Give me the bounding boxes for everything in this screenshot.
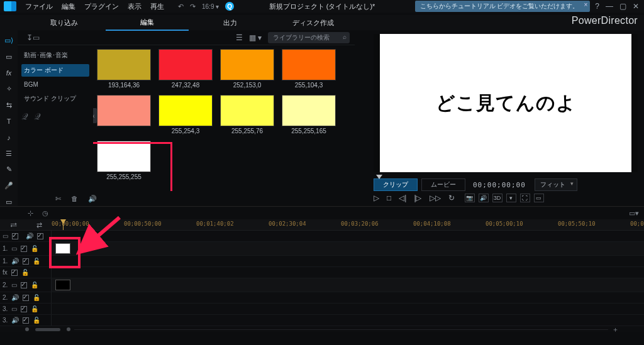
tab-output[interactable]: 出力 <box>189 16 272 30</box>
particle-room-icon[interactable]: ✧ <box>4 85 14 94</box>
audio-room-icon[interactable]: ♪ <box>4 133 14 142</box>
zoom-slider-thumb[interactable] <box>35 328 60 331</box>
preview-playhead-icon[interactable] <box>376 175 382 179</box>
mode-movie-button[interactable]: ムービー <box>421 178 465 191</box>
collapse-sidebar-icon[interactable]: ‹ <box>93 108 97 123</box>
undo-icon[interactable]: ↶ <box>178 3 184 11</box>
track3-video-visible-checkbox[interactable] <box>21 306 27 312</box>
snapshot-icon[interactable]: 📷 <box>465 194 475 202</box>
swatch-6[interactable]: 255,255,76 <box>219 95 275 134</box>
hint-icon[interactable]: Q <box>225 2 234 11</box>
trash-icon[interactable]: 🗑 <box>71 195 78 202</box>
track-fx-lock-icon[interactable]: 🔓 <box>21 269 29 276</box>
mic-room-icon[interactable]: 🎤 <box>4 182 14 190</box>
timeline-clip-black[interactable] <box>55 280 70 290</box>
timeline-tool-marker-icon[interactable]: ▭▾ <box>629 209 639 217</box>
fit-dropdown[interactable]: フィット <box>535 178 577 191</box>
loop-icon[interactable]: ↻ <box>448 194 455 202</box>
preview-scrubber[interactable] <box>374 175 638 176</box>
chapter-room-icon[interactable]: ✎ <box>4 165 14 174</box>
close-button[interactable]: ✕ <box>631 2 640 11</box>
maximize-button[interactable]: ▢ <box>618 2 628 11</box>
tab-import[interactable]: 取り込み <box>23 16 106 30</box>
track3-audio-visible-checkbox[interactable] <box>23 317 29 324</box>
transition-room-icon[interactable]: ⇆ <box>4 101 14 110</box>
voice-room-icon[interactable]: ☰ <box>4 149 14 158</box>
sidebar-item-sound-clip[interactable]: サウンド クリップ <box>21 92 89 105</box>
swatch-7[interactable]: 255,255,165 <box>280 95 337 134</box>
track2-video-visible-checkbox[interactable] <box>21 282 27 288</box>
redo-icon[interactable]: ↷ <box>190 3 196 11</box>
track2-audio-lock-icon[interactable]: 🔓 <box>33 294 40 301</box>
fx-room-icon[interactable]: fx <box>4 68 14 77</box>
subtitle-room-icon[interactable]: ▭ <box>4 197 14 206</box>
menu-view[interactable]: 表示 <box>128 2 142 11</box>
btn-3d[interactable]: 3D <box>492 194 502 202</box>
track-fx-visible-checkbox[interactable] <box>11 270 18 276</box>
timeline-scrollbar[interactable]: ＋ <box>0 326 644 332</box>
fullscreen-icon[interactable]: ⛶ <box>520 194 530 202</box>
track1-video-lock-icon[interactable]: 🔓 <box>31 245 38 252</box>
preview-frame: どこ見てんのよ <box>380 34 631 172</box>
stop-icon[interactable]: □ <box>387 194 391 202</box>
swatch-1[interactable]: 247,32,48 <box>157 49 214 89</box>
menu-edit[interactable]: 編集 <box>62 2 75 11</box>
speaker-icon[interactable]: 🔊 <box>88 195 97 203</box>
minimize-button[interactable]: — <box>604 2 614 11</box>
title-room-icon[interactable]: T <box>4 117 14 126</box>
next-frame-icon[interactable]: |▷ <box>414 194 421 202</box>
timecode-display[interactable]: 00;00;00;00 <box>473 181 526 189</box>
swatch-3[interactable]: 255,104,3 <box>280 49 337 89</box>
track1-video-visible-checkbox[interactable] <box>21 246 27 252</box>
tag-tool2-icon[interactable]: 𝒬 <box>34 111 40 122</box>
swatch-8[interactable]: 255,255,255 <box>96 141 152 180</box>
menu-play[interactable]: 再生 <box>150 2 164 11</box>
menu-file[interactable]: ファイル <box>25 2 53 11</box>
library-search-input[interactable]: ライブラリーの検索 ⌕ <box>268 32 350 43</box>
swatch-0[interactable]: 193,164,36 <box>96 49 152 89</box>
filter-icon[interactable]: ☰ <box>236 33 243 42</box>
video-master-checkbox[interactable] <box>12 233 18 239</box>
tutorial-banner[interactable]: こちらからチュートリアル ビデオをご覧いただけます。 × <box>415 1 591 12</box>
play-icon[interactable]: ▷ <box>374 194 379 202</box>
track3-audio-lock-icon[interactable]: 🔓 <box>33 317 40 324</box>
media-room-icon[interactable]: ▭⟩ <box>4 36 14 45</box>
volume-icon[interactable]: 🔊 <box>479 194 489 202</box>
menu-plugin[interactable]: プラグイン <box>84 2 119 11</box>
mode-clip-button[interactable]: クリップ <box>374 178 418 191</box>
import-media-icon[interactable]: ↧▭ <box>26 33 40 42</box>
help-button[interactable]: ? <box>594 2 601 11</box>
timeline-tool-split-icon[interactable]: ⊹ <box>28 209 33 217</box>
audio-master-checkbox[interactable] <box>37 233 43 239</box>
dock-icon[interactable]: ▭ <box>534 194 544 202</box>
scissors-icon[interactable]: ✄ <box>55 195 61 203</box>
view-mode-icon[interactable]: ▦ ▾ <box>249 33 262 42</box>
timeline-clip-white[interactable] <box>55 243 70 254</box>
zoom-in-handle[interactable] <box>67 327 70 331</box>
tab-edit[interactable]: 編集 <box>106 15 189 31</box>
track3-video-lock-icon[interactable]: 🔓 <box>31 305 38 312</box>
tag-tool-icon[interactable]: 𝒬 <box>21 111 28 122</box>
timeline-tool-clock-icon[interactable]: ◷ <box>42 209 48 217</box>
sidebar-item-media[interactable]: 動画･画像･音楽 <box>21 49 89 62</box>
track1-audio-visible-checkbox[interactable] <box>23 258 29 265</box>
track2-audio-visible-checkbox[interactable] <box>23 295 29 301</box>
tutorial-banner-close-icon[interactable]: × <box>584 1 587 8</box>
track-header-link-icon[interactable]: ⇄ <box>36 221 42 229</box>
track-video-icon: ▭ <box>11 245 17 252</box>
fast-forward-icon[interactable]: ▷▷ <box>430 194 441 202</box>
aspect-dropdown[interactable]: 16:9 ▾ <box>202 3 219 10</box>
swatch-4[interactable] <box>96 95 152 134</box>
sidebar-item-bgm[interactable]: BGM <box>21 79 89 90</box>
tab-disc[interactable]: ディスク作成 <box>272 16 355 30</box>
pip-room-icon[interactable]: ▭ <box>4 53 14 62</box>
swatch-5[interactable]: 255,254,3 <box>157 95 214 134</box>
track1-audio-lock-icon[interactable]: 🔓 <box>33 258 40 265</box>
quality-dropdown[interactable]: ▾ <box>506 194 516 202</box>
timeline-playhead[interactable] <box>63 219 64 230</box>
track2-video-lock-icon[interactable]: 🔓 <box>31 282 38 288</box>
sidebar-item-color-board[interactable]: カラー ボード <box>21 64 89 77</box>
zoom-out-handle[interactable] <box>25 327 29 331</box>
prev-frame-icon[interactable]: ◁| <box>399 194 406 202</box>
swatch-2[interactable]: 252,153,0 <box>219 49 275 89</box>
